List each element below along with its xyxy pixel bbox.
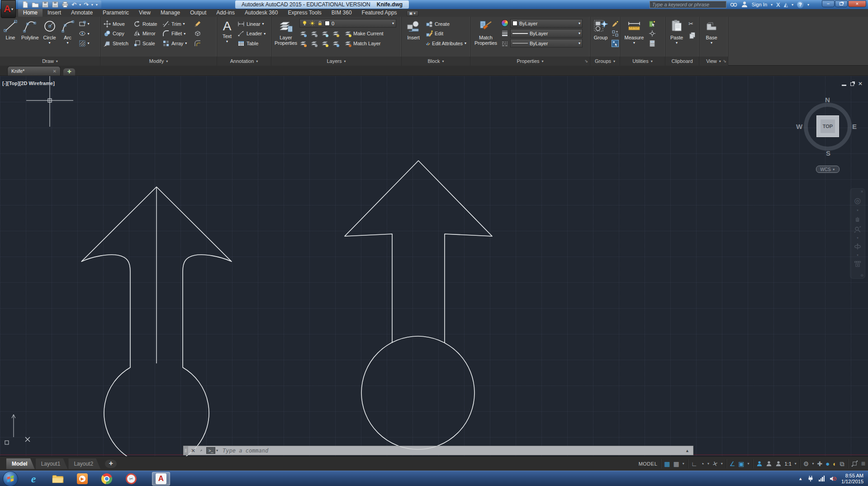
panel-annotation-label[interactable]: Annotation▾ [217,57,271,66]
viewcube-east[interactable]: E [852,123,857,130]
explode-button[interactable] [193,29,203,38]
drawing-close-icon[interactable]: ✕ [858,81,863,87]
application-menu-button[interactable]: A▾ [1,0,16,18]
undo-icon[interactable]: ↶ [71,1,76,8]
paste-dropdown-icon[interactable]: ▾ [676,40,678,46]
drawing-minimize-icon[interactable] [842,85,846,86]
polar-tracking-icon[interactable]: ◔ [700,457,704,470]
tab-layout2[interactable]: Layout2 [68,458,100,469]
lineweight-icon[interactable] [501,30,508,37]
isolate-objects-icon[interactable]: ◐ [833,457,836,470]
object-color-combo[interactable]: ByLayer▾ [510,19,583,28]
steering-wheel-dropdown-icon[interactable]: ▾ [857,209,859,212]
osnap-dropdown-icon[interactable]: ▾ [747,462,749,466]
network-signal-icon[interactable] [819,476,825,481]
measure-button[interactable]: Measure▾ [622,18,646,55]
group-button[interactable]: Group [592,18,609,55]
autodesk360-icon[interactable]: ◭ [784,1,788,8]
quick-calculator-button[interactable] [647,39,657,48]
command-prompt-icon[interactable]: >_ [206,447,215,454]
lineweight-dropdown-icon[interactable]: ▾ [579,31,580,35]
rectangle-dropdown-icon[interactable]: ▾ [88,22,90,26]
tab-addins[interactable]: Add-ins [211,9,240,17]
save-icon[interactable] [42,1,49,8]
new-drawing-tab-button[interactable]: ✚ [63,68,75,76]
file-tab-close-icon[interactable]: ✕ [53,69,57,74]
tab-insert[interactable]: Insert [43,9,66,17]
tab-bim360[interactable]: BIM 360 [327,9,357,17]
knife-handle-circle-right[interactable] [361,336,474,449]
new-file-icon[interactable] [22,1,29,8]
linetype-combo[interactable]: ByLayer▾ [510,39,583,48]
panel-modify-label[interactable]: Modify▾ [100,57,217,66]
zoom-extents-icon[interactable] [854,226,861,233]
orbit-dropdown-icon[interactable]: ▾ [857,253,859,257]
match-properties-button[interactable]: Match Properties [472,18,499,55]
taskbar-autocad[interactable]: A [152,472,170,486]
grid-display-icon[interactable]: ▦ [664,457,670,470]
linear-dimension-button[interactable]: Linear▾ [236,19,268,28]
panel-groups-label[interactable]: Groups▾ [590,57,620,66]
open-file-icon[interactable] [32,1,39,8]
viewport-controls-label[interactable]: [-][Top][2D Wireframe] [2,81,55,86]
annotation-monitor-icon[interactable]: ✚ [817,457,822,470]
drawing-canvas[interactable]: [-][Top][2D Wireframe] ✕ N S W E T [0,76,868,456]
tab-featured-apps[interactable]: Featured Apps [357,9,402,17]
tab-layout1[interactable]: Layout1 [36,458,68,469]
recent-commands-icon[interactable]: ▲ [682,448,693,453]
viewcube-west[interactable]: W [796,123,802,130]
array-button[interactable]: Array▾ [161,39,192,48]
command-prompt-dropdown-icon[interactable]: ▾ [215,448,219,453]
ellipse-button[interactable]: ▾ [77,29,91,38]
command-line-wrench-icon[interactable] [198,448,204,454]
snap-dropdown-icon[interactable]: ▾ [683,462,684,466]
workspace-dropdown-icon[interactable]: ▾ [812,462,814,466]
polar-dropdown-icon[interactable]: ▾ [707,462,709,466]
polyline-button[interactable]: Polyline [20,18,40,55]
close-button[interactable]: × [848,0,866,7]
taskbar-clock[interactable]: 8:55 AM 1/12/2015 [841,473,863,485]
tab-view[interactable]: View [134,9,156,17]
customization-icon[interactable]: ≡ [861,457,865,470]
taskbar-chrome[interactable] [98,472,116,486]
sign-in-button[interactable]: Sign In [752,2,767,7]
trim-button[interactable]: Trim▾ [161,19,192,28]
redo-dropdown-icon[interactable]: ▾ [91,3,93,7]
lineweight-combo[interactable]: ByLayer▾ [510,29,583,38]
restore-button[interactable] [835,0,848,7]
viewcube-top-face[interactable]: TOP [816,115,839,137]
panel-properties-label[interactable]: Properties▾⇘ [470,57,590,66]
panel-clipboard-label[interactable]: Clipboard [665,57,699,66]
panel-utilities-label[interactable]: Utilities▾ [620,57,665,66]
hatch-dropdown-icon[interactable]: ▾ [88,41,90,45]
isometric-drafting-icon[interactable]: ✕ [711,457,720,470]
rotate-button[interactable]: Rotate [132,19,160,28]
layer-properties-button[interactable]: Layer Properties [273,18,299,55]
object-color-dropdown-icon[interactable]: ▾ [579,21,580,25]
tab-parametric[interactable]: Parametric [98,9,134,17]
exchange-apps-icon[interactable]: X [776,1,780,8]
tab-annotate[interactable]: Annotate [66,9,98,17]
panel-draw-label[interactable]: Draw▾ [0,57,100,66]
command-input[interactable]: Type a command [223,448,268,454]
model-space-button[interactable]: MODEL [639,461,658,467]
group-selection-toggle[interactable] [610,39,620,48]
linear-dropdown-icon[interactable]: ▾ [262,22,264,26]
plot-icon[interactable] [62,1,69,8]
fillet-button[interactable]: Fillet▾ [161,29,192,38]
taskbar-snipping-tool[interactable]: ✂ [122,472,140,486]
text-dropdown-icon[interactable]: ▾ [226,39,228,44]
leader-dropdown-icon[interactable]: ▾ [264,32,266,36]
layer-walk-icon[interactable] [310,40,318,47]
rectangle-button[interactable]: ▾ [77,19,91,28]
layer-isolate-icon[interactable] [299,30,307,37]
command-line-close-icon[interactable]: ✕ [188,448,198,454]
clean-screen-icon[interactable] [851,460,858,467]
tab-home[interactable]: Home [18,9,43,17]
navbar-close-icon[interactable]: ✕ [860,190,863,194]
wcs-selector[interactable]: WCS▼ [816,166,840,173]
panel-block-label[interactable]: Block▾ [402,57,470,66]
save-as-icon[interactable] [52,1,59,8]
ungroup-button[interactable] [610,29,620,38]
edit-attributes-button[interactable]: Edit Attributes▾ [424,39,468,48]
